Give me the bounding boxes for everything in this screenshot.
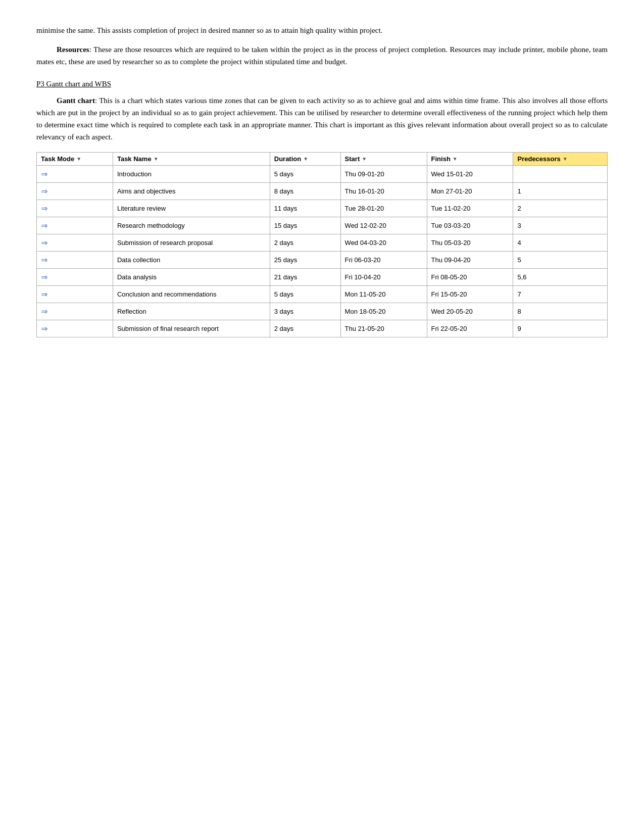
- task-name-cell: Research methodology: [113, 217, 270, 234]
- task-name-cell: Data analysis: [113, 269, 270, 286]
- task-mode-icon: ⇒: [41, 289, 47, 299]
- task-mode-icon: ⇒: [41, 324, 47, 333]
- predecessors-cell: 3: [513, 217, 608, 234]
- finish-cell: Fri 08-05-20: [427, 269, 513, 286]
- start-sort-icon[interactable]: ▼: [362, 156, 367, 162]
- finish-sort-icon[interactable]: ▼: [453, 156, 458, 162]
- start-cell: Thu 21-05-20: [340, 320, 427, 337]
- start-cell: Wed 04-03-20: [340, 234, 427, 252]
- section-heading: P3 Gantt chart and WBS: [36, 80, 608, 88]
- task-name-cell: Literature review: [113, 200, 270, 217]
- finish-cell: Mon 27-01-20: [427, 183, 513, 200]
- table-row: ⇒Introduction5 daysThu 09-01-20Wed 15-01…: [37, 166, 608, 183]
- task-mode-cell: ⇒: [37, 234, 113, 252]
- table-row: ⇒Reflection3 daysMon 18-05-20Wed 20-05-2…: [37, 303, 608, 320]
- duration-cell: 5 days: [270, 286, 340, 303]
- task-mode-cell: ⇒: [37, 320, 113, 337]
- finish-cell: Wed 15-01-20: [427, 166, 513, 183]
- task-mode-icon: ⇒: [41, 204, 47, 213]
- finish-cell: Wed 20-05-20: [427, 303, 513, 320]
- task-mode-cell: ⇒: [37, 252, 113, 269]
- finish-cell: Fri 15-05-20: [427, 286, 513, 303]
- task-name-cell: Conclusion and recommendations: [113, 286, 270, 303]
- task-mode-icon: ⇒: [41, 186, 47, 196]
- task-mode-icon: ⇒: [41, 221, 47, 230]
- predecessors-cell: 1: [513, 183, 608, 200]
- table-row: ⇒Submission of research proposal2 daysWe…: [37, 234, 608, 252]
- table-row: ⇒Conclusion and recommendations5 daysMon…: [37, 286, 608, 303]
- task-mode-icon: ⇒: [41, 238, 47, 248]
- task-mode-cell: ⇒: [37, 269, 113, 286]
- start-cell: Fri 06-03-20: [340, 252, 427, 269]
- paragraph-3-text: : This is a chart which states various t…: [36, 96, 608, 141]
- task-mode-cell: ⇒: [37, 166, 113, 183]
- predecessors-cell: 5,6: [513, 269, 608, 286]
- predecessors-cell: 4: [513, 234, 608, 252]
- task-mode-cell: ⇒: [37, 217, 113, 234]
- finish-cell: Thu 05-03-20: [427, 234, 513, 252]
- table-row: ⇒Data collection25 daysFri 06-03-20Thu 0…: [37, 252, 608, 269]
- duration-cell: 21 days: [270, 269, 340, 286]
- table-header-row: Task Mode ▼ Task Name ▼ Duration ▼ Start: [37, 153, 608, 166]
- task-mode-cell: ⇒: [37, 183, 113, 200]
- start-cell: Tue 28-01-20: [340, 200, 427, 217]
- duration-cell: 2 days: [270, 234, 340, 252]
- table-body: ⇒Introduction5 daysThu 09-01-20Wed 15-01…: [37, 166, 608, 337]
- table-row: ⇒Data analysis21 daysFri 10-04-20Fri 08-…: [37, 269, 608, 286]
- task-name-cell: Submission of research proposal: [113, 234, 270, 252]
- task-mode-icon: ⇒: [41, 307, 47, 316]
- paragraph-1: minimise the same. This assists completi…: [36, 24, 608, 36]
- table-row: ⇒Submission of final research report2 da…: [37, 320, 608, 337]
- col-header-task-mode[interactable]: Task Mode ▼: [37, 153, 113, 166]
- paragraph-3: Gantt chart: This is a chart which state…: [36, 94, 608, 143]
- paragraph-2: Resources: These are those resources whi…: [36, 43, 608, 68]
- finish-cell: Tue 03-03-20: [427, 217, 513, 234]
- predecessors-cell: 5: [513, 252, 608, 269]
- task-name-cell: Data collection: [113, 252, 270, 269]
- start-cell: Fri 10-04-20: [340, 269, 427, 286]
- task-name-cell: Submission of final research report: [113, 320, 270, 337]
- col-header-start[interactable]: Start ▼: [340, 153, 427, 166]
- task-name-cell: Reflection: [113, 303, 270, 320]
- duration-cell: 5 days: [270, 166, 340, 183]
- table-row: ⇒Literature review11 daysTue 28-01-20Tue…: [37, 200, 608, 217]
- predecessors-cell: 9: [513, 320, 608, 337]
- duration-cell: 25 days: [270, 252, 340, 269]
- col-header-finish[interactable]: Finish ▼: [427, 153, 513, 166]
- task-mode-icon: ⇒: [41, 272, 47, 282]
- table-row: ⇒Aims and objectives8 daysThu 16-01-20Mo…: [37, 183, 608, 200]
- task-name-cell: Aims and objectives: [113, 183, 270, 200]
- duration-sort-icon[interactable]: ▼: [303, 156, 308, 162]
- predecessors-cell: 2: [513, 200, 608, 217]
- start-cell: Thu 09-01-20: [340, 166, 427, 183]
- col-header-task-name[interactable]: Task Name ▼: [113, 153, 270, 166]
- paragraph-2-text: : These are those resources which are re…: [36, 45, 608, 66]
- task-mode-cell: ⇒: [37, 286, 113, 303]
- start-cell: Wed 12-02-20: [340, 217, 427, 234]
- finish-cell: Tue 11-02-20: [427, 200, 513, 217]
- task-mode-cell: ⇒: [37, 303, 113, 320]
- task-name-cell: Introduction: [113, 166, 270, 183]
- resources-label: Resources: [57, 45, 89, 54]
- duration-cell: 3 days: [270, 303, 340, 320]
- col-header-predecessors[interactable]: Predecessors ▼: [513, 153, 608, 166]
- finish-cell: Thu 09-04-20: [427, 252, 513, 269]
- task-mode-cell: ⇒: [37, 200, 113, 217]
- finish-cell: Fri 22-05-20: [427, 320, 513, 337]
- predecessors-sort-icon[interactable]: ▼: [563, 156, 568, 162]
- start-cell: Mon 18-05-20: [340, 303, 427, 320]
- predecessors-cell: 7: [513, 286, 608, 303]
- duration-cell: 11 days: [270, 200, 340, 217]
- duration-cell: 2 days: [270, 320, 340, 337]
- predecessors-cell: 8: [513, 303, 608, 320]
- duration-cell: 8 days: [270, 183, 340, 200]
- task-name-sort-icon[interactable]: ▼: [154, 156, 159, 162]
- gantt-table: Task Mode ▼ Task Name ▼ Duration ▼ Start: [36, 152, 608, 337]
- predecessors-cell: [513, 166, 608, 183]
- start-cell: Thu 16-01-20: [340, 183, 427, 200]
- start-cell: Mon 11-05-20: [340, 286, 427, 303]
- task-mode-sort-icon[interactable]: ▼: [76, 156, 81, 162]
- table-row: ⇒Research methodology15 daysWed 12-02-20…: [37, 217, 608, 234]
- col-header-duration[interactable]: Duration ▼: [270, 153, 340, 166]
- task-mode-icon: ⇒: [41, 169, 47, 179]
